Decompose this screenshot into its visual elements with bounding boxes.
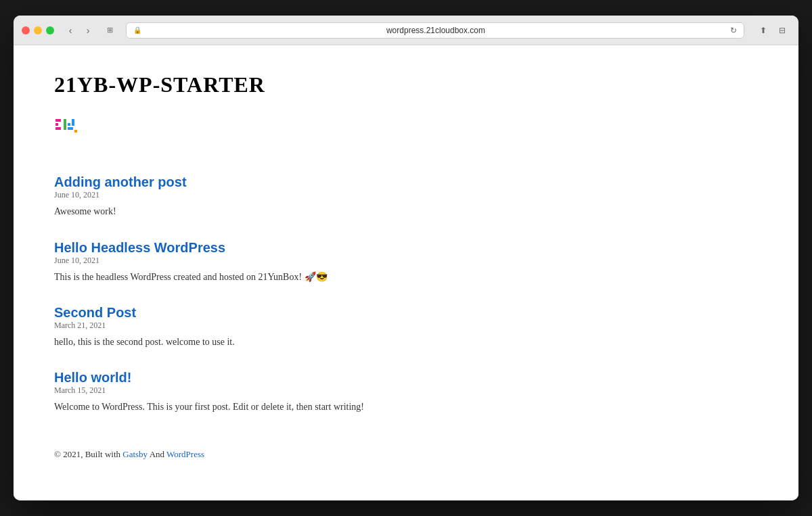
lock-icon: 🔒 [133,26,141,34]
traffic-lights [22,26,54,34]
browser-window: ‹ › ⊞ 🔒 wordpress.21cloudbox.com ↻ ⬆ ⊟ 2… [14,16,798,500]
post-item-4: Hello world! March 15, 2021 Welcome to W… [54,370,758,415]
svg-rect-0 [55,119,61,122]
post-date-3: March 21, 2021 [54,321,758,331]
post-item-3: Second Post March 21, 2021 hello, this i… [54,305,758,350]
post-date-4: March 15, 2021 [54,385,758,396]
url-text: wordpress.21cloudbox.com [145,26,726,35]
browser-actions: ⬆ ⊟ [755,24,790,37]
post-date-2: June 10, 2021 [54,256,758,266]
sidebar-button[interactable]: ⊟ [774,24,790,37]
post-excerpt-1: Awesome work! [54,204,758,219]
svg-rect-7 [74,130,77,133]
nav-buttons: ‹ › [62,24,96,37]
browser-chrome: ‹ › ⊞ 🔒 wordpress.21cloudbox.com ↻ ⬆ ⊟ [14,16,798,45]
svg-rect-2 [55,127,61,130]
post-excerpt-4: Welcome to WordPress. This is your first… [54,400,758,415]
address-bar[interactable]: 🔒 wordpress.21cloudbox.com ↻ [126,22,744,39]
post-title-1[interactable]: Adding another post [54,174,187,189]
svg-rect-4 [68,123,70,126]
post-title-2[interactable]: Hello Headless WordPress [54,240,225,255]
maximize-button[interactable] [46,26,54,34]
forward-button[interactable]: › [80,24,96,37]
tab-overview-button[interactable]: ⊞ [102,24,118,37]
post-title-3[interactable]: Second Post [54,305,136,320]
post-excerpt-3: hello, this is the second post. welcome … [54,335,758,350]
post-item-1: Adding another post June 10, 2021 Awesom… [54,174,758,219]
share-button[interactable]: ⬆ [755,24,771,37]
footer: © 2021, Built with Gatsby And WordPress [54,449,758,460]
close-button[interactable] [22,26,30,34]
post-title-4[interactable]: Hello world! [54,370,131,385]
svg-rect-5 [68,127,73,130]
back-button[interactable]: ‹ [62,24,78,37]
post-date-1: June 10, 2021 [54,190,758,200]
reload-button[interactable]: ↻ [730,26,737,35]
gatsby-link[interactable]: Gatsby [122,449,148,459]
post-excerpt-2: This is the headless WordPress created a… [54,270,758,285]
post-item-2: Hello Headless WordPress June 10, 2021 T… [54,240,758,285]
footer-and: And [150,449,164,459]
minimize-button[interactable] [34,26,42,34]
svg-rect-1 [55,123,58,126]
site-title: 21YB-WP-STARTER [54,72,758,97]
site-logo [54,118,758,147]
svg-rect-3 [64,119,66,130]
logo-svg [54,118,81,145]
footer-copyright: © 2021, Built with [54,449,120,459]
svg-rect-6 [72,119,74,126]
page-content: 21YB-WP-STARTER Adding another post June… [14,45,798,500]
posts-list: Adding another post June 10, 2021 Awesom… [54,174,758,415]
wordpress-link[interactable]: WordPress [166,449,204,459]
